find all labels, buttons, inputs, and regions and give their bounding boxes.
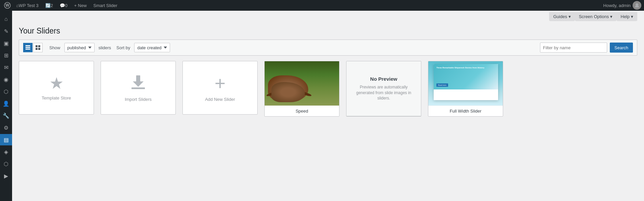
admin-sidebar: ⌂ ✎ ▣ ⊞ ✉ ◉ ⬡ 👤 🔧 ⚙ ▤ ◈ ⬡ ▶: [0, 11, 12, 201]
add-new-slider-card[interactable]: + Add New Slider: [182, 61, 258, 115]
updates-icon: 🔄: [45, 3, 51, 8]
svg-rect-9: [38, 48, 40, 50]
guides-chevron-icon: ▾: [569, 14, 571, 19]
help-button[interactable]: Help ▾: [616, 12, 637, 21]
template-store-card[interactable]: ★ Template Store: [19, 61, 94, 115]
show-label: Show: [49, 45, 60, 50]
svg-rect-8: [36, 48, 38, 50]
sidebar-item-settings[interactable]: ⚙: [0, 122, 12, 133]
import-sliders-label: Import Sliders: [125, 97, 152, 102]
svg-rect-12: [131, 87, 145, 89]
updates-link[interactable]: 🔄 2: [43, 0, 56, 11]
howdy-section: Howdy, admin: [603, 1, 641, 10]
admin-bar: W ⌂ WP Test 3 🔄 2 💬 0 + New Smart Slider…: [0, 0, 644, 11]
import-sliders-icon: [130, 74, 146, 93]
svg-rect-3: [25, 45, 30, 46]
template-store-label: Template Store: [42, 95, 71, 100]
sidebar-item-users[interactable]: 👤: [0, 98, 12, 109]
sidebar-item-graduation[interactable]: ⬡: [0, 158, 12, 170]
screen-options-button[interactable]: Screen Options ▾: [575, 12, 617, 21]
comments-link[interactable]: 💬 0: [57, 0, 70, 11]
help-chevron-icon: ▾: [631, 14, 633, 19]
svg-marker-11: [133, 81, 144, 87]
sidebar-item-smartslider2[interactable]: ◈: [0, 146, 12, 157]
full-width-preview: Three Remarkable Shipwreck Stories from …: [428, 61, 503, 106]
import-sliders-card[interactable]: Import Sliders: [101, 61, 176, 115]
no-preview-desc: Previews are automatically generated fro…: [352, 84, 416, 101]
preview-text: Three Remarkable Shipwreck Stories from …: [436, 67, 484, 69]
speed-preview: [265, 61, 339, 106]
sidebar-item-media[interactable]: ▣: [0, 38, 12, 49]
sliders-label: sliders: [99, 45, 111, 50]
add-new-slider-label: Add New Slider: [205, 97, 235, 102]
svg-rect-7: [38, 45, 40, 47]
site-icon: ⌂: [16, 3, 19, 8]
list-view-button[interactable]: [23, 43, 33, 52]
guides-button[interactable]: Guides ▾: [549, 12, 575, 21]
post-slider-preview: No Preview Previews are automatically ge…: [346, 61, 421, 116]
comments-icon: 💬: [60, 3, 65, 8]
template-store-icon: ★: [49, 75, 64, 91]
user-avatar[interactable]: [633, 1, 641, 10]
sidebar-item-plugins[interactable]: ⬡: [0, 86, 12, 97]
speed-name: Speed: [265, 106, 339, 116]
plugin-name-link[interactable]: Smart Slider: [91, 0, 120, 11]
screen-options-chevron-icon: ▾: [610, 14, 612, 19]
post-slider-card[interactable]: No Preview Previews are automatically ge…: [346, 61, 421, 117]
sliders-grid: ★ Template Store Import Sliders +: [19, 61, 637, 117]
post-slider-name: Post Slider: [346, 116, 421, 117]
toolbar: Show published all draft sliders Sort by…: [19, 40, 637, 56]
svg-text:W: W: [5, 3, 9, 8]
add-new-icon: +: [215, 74, 226, 93]
preview-btn: Read more: [436, 83, 448, 87]
sidebar-item-posts[interactable]: ✎: [0, 25, 12, 37]
svg-rect-4: [25, 47, 30, 48]
sidebar-item-tools[interactable]: 🔧: [0, 110, 12, 121]
sidebar-item-smartslider[interactable]: ▤: [0, 134, 12, 145]
speed-card[interactable]: Speed: [264, 61, 339, 117]
sort-label: Sort by: [116, 45, 130, 50]
site-name-link[interactable]: ⌂ WP Test 3: [13, 0, 41, 11]
filter-input[interactable]: [540, 43, 607, 53]
sidebar-item-pages[interactable]: ⊞: [0, 50, 12, 61]
sidebar-item-appearance[interactable]: ◉: [0, 74, 12, 85]
search-button[interactable]: Search: [610, 43, 633, 53]
view-switch: [23, 43, 43, 52]
no-preview-title: No Preview: [370, 76, 397, 82]
sort-select[interactable]: date created name modified: [134, 43, 170, 52]
sidebar-item-play[interactable]: ▶: [0, 170, 12, 182]
sidebar-item-comments[interactable]: ✉: [0, 62, 12, 73]
full-width-slider-card[interactable]: Three Remarkable Shipwreck Stories from …: [428, 61, 503, 117]
show-select[interactable]: published all draft: [64, 43, 95, 52]
sidebar-item-dashboard[interactable]: ⌂: [0, 13, 12, 25]
svg-rect-5: [25, 49, 30, 50]
wp-logo[interactable]: W: [3, 0, 12, 11]
grid-view-button[interactable]: [33, 43, 43, 52]
full-width-slider-name: Full Width Slider: [428, 106, 503, 116]
page-title: Your Sliders: [19, 26, 637, 36]
new-content-link[interactable]: + New: [71, 0, 89, 11]
svg-rect-6: [36, 45, 38, 47]
